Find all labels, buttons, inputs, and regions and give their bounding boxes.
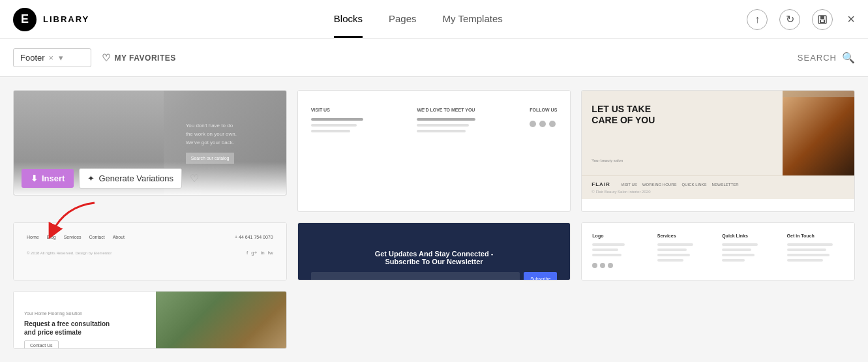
- search-input[interactable]: [706, 53, 837, 63]
- beauty-details: Your beauty salon: [591, 158, 773, 162]
- header-actions: ↑ ↻ ×: [747, 9, 855, 30]
- preview-line: [311, 124, 357, 127]
- dropdown-arrow-icon: ▾: [59, 53, 63, 63]
- preview-line: [417, 130, 466, 132]
- tab-blocks[interactable]: Blocks: [334, 1, 363, 38]
- preview-line: [657, 259, 683, 262]
- preview-social: f g+ in tw: [247, 250, 273, 256]
- newsletter-title: Get Updates And Stay Connected -Subscrib…: [375, 250, 494, 265]
- search-icon[interactable]: 🔍: [842, 52, 855, 64]
- col-header: Services: [657, 234, 714, 238]
- close-button[interactable]: ×: [847, 12, 855, 27]
- template-card-4[interactable]: Home Blog Services Contact About + 44 64…: [13, 222, 287, 280]
- template-card-6[interactable]: Logo Services: [581, 222, 855, 280]
- template-card-3[interactable]: LET US TAKECARE OF YOU Your beauty salon…: [581, 90, 855, 212]
- preview-line: [657, 249, 687, 251]
- preview-line: [592, 254, 621, 256]
- card-preview: LET US TAKECARE OF YOU Your beauty salon…: [582, 91, 854, 211]
- svg-rect-1: [820, 16, 824, 19]
- top-bar: E LIBRARY Blocks Pages My Templates ↑ ↻ …: [0, 0, 868, 39]
- social-icon: [592, 263, 597, 268]
- social-in: in: [260, 250, 264, 256]
- col-header: WE'D LOVE TO MEET YOU: [417, 108, 475, 112]
- col-header: VISIT US: [311, 108, 363, 112]
- preview-line: [311, 130, 350, 132]
- flooring-image: [156, 292, 286, 349]
- filter-bar: Footer × ▾ ♡ MY FAVORITES 🔍: [0, 39, 868, 77]
- logo-icon: E: [13, 8, 37, 31]
- newsletter-subscribe-btn-preview: Subscribe: [524, 272, 557, 281]
- card-preview: VISIT US WE'D LOVE TO MEET YOU FOLLOW US: [298, 91, 571, 156]
- preview-line: [787, 249, 826, 251]
- favorites-filter-button[interactable]: ♡ MY FAVORITES: [102, 52, 176, 64]
- template-card-7[interactable]: Your Home Flooring Solution Request a fr…: [13, 291, 287, 349]
- nav-blog: Blog: [47, 235, 56, 239]
- favorite-button[interactable]: ♡: [190, 172, 199, 185]
- logo-area: E LIBRARY: [13, 8, 89, 31]
- preview-contacts: Logo Services: [582, 223, 854, 280]
- flooring-btn-preview: Contact Us: [24, 340, 59, 349]
- social-icon: [600, 263, 605, 268]
- col-visit: VISIT US: [311, 108, 363, 134]
- col-header: Quick Links: [722, 234, 779, 238]
- preview-line: [787, 254, 830, 256]
- model-image: [783, 97, 854, 175]
- preview-phone: + 44 641 754 0070: [235, 235, 273, 239]
- preview-row: VISIT US WE'D LOVE TO MEET YOU FOLLOW US: [311, 108, 558, 134]
- nav-home: Home: [27, 235, 39, 239]
- link-newsletter: NEWSLETTER: [711, 183, 738, 187]
- preview-copyright: © 2018 All rights Reserved. Design by El…: [27, 251, 112, 255]
- dropdown-value: Footer: [20, 53, 45, 63]
- preview-beauty: LET US TAKECARE OF YOU Your beauty salon: [582, 91, 854, 175]
- social-tw: tw: [268, 250, 273, 256]
- preview-line: [722, 254, 755, 256]
- preview-line: [787, 259, 823, 262]
- template-card-1: You don't have to dothe work on your own…: [13, 90, 287, 212]
- preview-line: [311, 118, 363, 121]
- template-card-2[interactable]: VISIT US WE'D LOVE TO MEET YOU FOLLOW US: [297, 90, 571, 212]
- card-preview: Get Updates And Stay Connected -Subscrib…: [298, 223, 571, 280]
- insert-icon: ⬇: [31, 173, 38, 183]
- category-dropdown[interactable]: Footer × ▾: [13, 48, 91, 67]
- filter-controls: Footer × ▾ ♡ MY FAVORITES: [13, 48, 176, 67]
- tab-pages[interactable]: Pages: [389, 1, 417, 38]
- preview-line: [722, 243, 758, 246]
- template-card[interactable]: You don't have to dothe work on your own…: [13, 90, 287, 196]
- preview-line: [787, 243, 833, 246]
- flooring-left: Your Home Flooring Solution Request a fr…: [14, 292, 156, 349]
- beauty-copyright: © Flair Beauty Salon interior 2020: [591, 190, 845, 194]
- col-services: Services: [657, 234, 714, 262]
- card-actions: ⬇ Insert ✦ Generate Variations ♡: [14, 162, 286, 195]
- generate-variations-button[interactable]: ✦ Generate Variations: [79, 168, 182, 189]
- social-icon: [530, 121, 536, 127]
- clear-filter-button[interactable]: ×: [49, 53, 54, 63]
- tab-my-templates[interactable]: My Templates: [443, 1, 503, 38]
- preview-bottom-row: © 2018 All rights Reserved. Design by El…: [27, 250, 273, 256]
- link-visit: VISIT US: [621, 183, 637, 187]
- preview-line: [657, 254, 690, 256]
- beauty-links: VISIT US WORKING HOURS QUICK LINKS NEWSL…: [621, 183, 739, 187]
- preview-flooring-top: Your Home Flooring Solution Request a fr…: [14, 292, 286, 349]
- beauty-logo: FLAIR: [591, 181, 610, 187]
- card-preview: Your Home Flooring Solution Request a fr…: [14, 292, 286, 349]
- template-card-5[interactable]: Get Updates And Stay Connected -Subscrib…: [297, 222, 571, 280]
- insert-button[interactable]: ⬇ Insert: [22, 169, 74, 188]
- preview-line: [722, 259, 745, 262]
- col-quick-links: Quick Links: [722, 234, 779, 262]
- social-g: g+: [251, 250, 257, 256]
- col-header: Get in Touch: [787, 234, 844, 238]
- preview-line: [657, 243, 693, 246]
- preview-line: [592, 249, 618, 251]
- library-title: LIBRARY: [43, 14, 89, 24]
- sync-button[interactable]: ↻: [779, 9, 800, 30]
- upload-button[interactable]: ↑: [747, 9, 768, 30]
- card-preview: Home Blog Services Contact About + 44 64…: [14, 223, 286, 280]
- nav-services: Services: [64, 235, 82, 239]
- newsletter-form: Subscribe: [311, 272, 558, 281]
- flooring-headline: Your Home Flooring Solution: [24, 311, 145, 316]
- beauty-title: LET US TAKECARE OF YOU: [591, 104, 773, 126]
- social-f: f: [247, 250, 248, 256]
- preview-content: VISIT US WE'D LOVE TO MEET YOU FOLLOW US: [298, 91, 571, 156]
- social-icon: [549, 121, 556, 127]
- save-button[interactable]: [812, 9, 833, 30]
